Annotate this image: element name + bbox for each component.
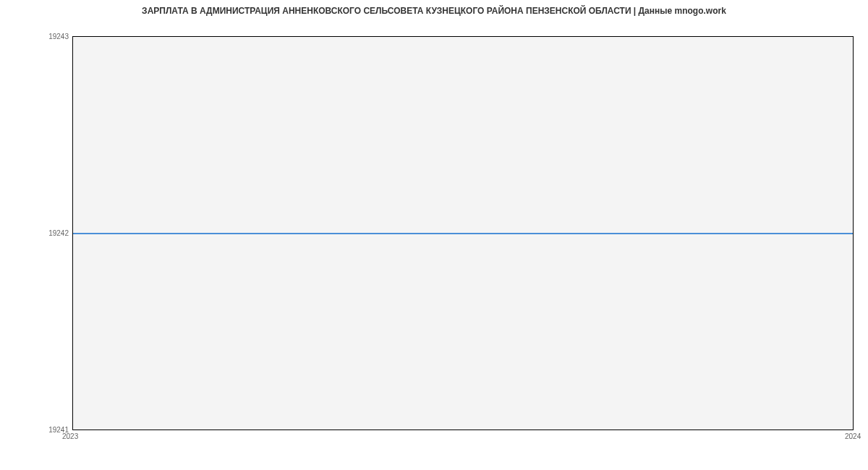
data-series-line (73, 233, 853, 234)
chart-title: ЗАРПЛАТА В АДМИНИСТРАЦИЯ АННЕНКОВСКОГО С… (0, 6, 868, 16)
x-axis-tick-label: 2024 (845, 432, 861, 440)
y-axis-tick-label: 19243 (48, 33, 69, 40)
y-axis-tick-label: 19242 (48, 229, 69, 237)
chart-plot-area (72, 36, 854, 430)
x-axis-tick-label: 2023 (62, 432, 78, 440)
